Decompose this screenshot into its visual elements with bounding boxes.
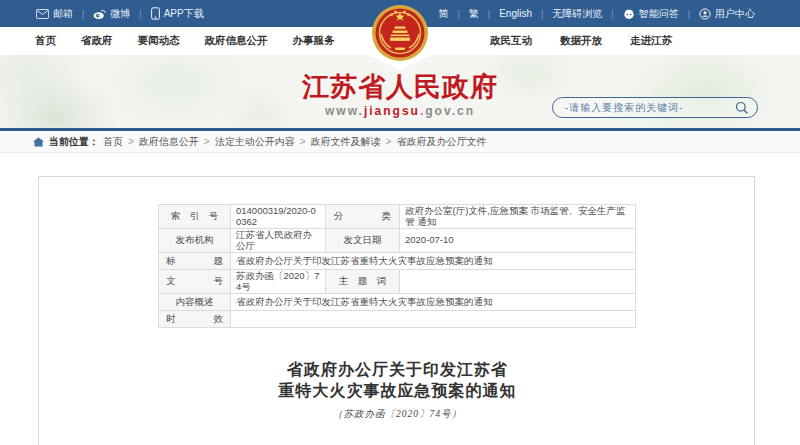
nav-item-info-disclosure[interactable]: 政府信息公开 xyxy=(205,34,268,48)
lang-traditional-label: 繁 xyxy=(469,7,479,21)
validity-value xyxy=(231,311,636,328)
index-number-label: 索 引 号 xyxy=(159,205,231,229)
issue-date-value: 2020-07-10 xyxy=(400,229,636,253)
user-center-link[interactable]: 用户中心 xyxy=(699,7,755,21)
divider: | xyxy=(611,9,613,19)
nav-right-group: 政民互动 数据开放 走进江苏 xyxy=(490,27,672,55)
nav-item-news[interactable]: 要闻动态 xyxy=(138,34,180,48)
breadcrumb: 当前位置： 首页 > 政府信息公开 > 法定主动公开内容 > 政府文件及解读 >… xyxy=(0,131,800,153)
mail-icon xyxy=(36,9,49,19)
mail-link[interactable]: 邮箱 xyxy=(36,7,73,21)
table-row: 文 号 苏政办函〔2020〕74号 主 题 词 xyxy=(159,270,636,294)
topbar-right-group: 简 | 繁 | English | 无障碍浏览 | 智能问答 | 用户中心 xyxy=(438,0,755,27)
search-box xyxy=(552,97,758,118)
topbar-left-group: 邮箱 | 微博 | APP下载 xyxy=(36,0,204,27)
document-number: （苏政办函〔2020〕74号） xyxy=(39,408,756,421)
doc-number-value: 苏政办函〔2020〕74号 xyxy=(231,270,326,294)
accessibility-link[interactable]: 无障碍浏览 xyxy=(552,7,602,21)
breadcrumb-separator: > xyxy=(204,136,210,147)
summary-value: 省政府办公厅关于印发江苏省重特大火灾事故应急预案的通知 xyxy=(231,294,636,311)
table-row: 标 题 省政府办公厅关于印发江苏省重特大火灾事故应急预案的通知 xyxy=(159,253,636,270)
summary-label: 内容概述 xyxy=(159,294,231,311)
lang-english-label: English xyxy=(499,8,532,19)
nav-item-home[interactable]: 首页 xyxy=(35,34,56,48)
divider: | xyxy=(139,9,141,19)
nav-item-provincial-government[interactable]: 省政府 xyxy=(81,34,113,48)
smart-qa-label: 智能问答 xyxy=(639,7,679,21)
breadcrumb-item-documents[interactable]: 政府文件及解读 xyxy=(311,135,381,149)
lang-traditional-link[interactable]: 繁 xyxy=(469,7,479,21)
index-number-value: 014000319/2020-00362 xyxy=(231,205,326,229)
user-icon xyxy=(699,8,711,20)
lang-english-link[interactable]: English xyxy=(499,8,532,19)
breadcrumb-item-home[interactable]: 首页 xyxy=(103,135,123,149)
robot-icon xyxy=(623,8,635,20)
breadcrumb-label: 当前位置： xyxy=(49,135,99,149)
mail-label: 邮箱 xyxy=(53,7,73,21)
nav-item-about-jiangsu[interactable]: 走进江苏 xyxy=(630,34,672,48)
divider: | xyxy=(541,9,543,19)
document-title-line2: 重特大火灾事故应急预案的通知 xyxy=(39,380,756,401)
national-emblem-icon xyxy=(371,4,429,62)
validity-label: 时 效 xyxy=(159,311,231,328)
breadcrumb-item-office-documents[interactable]: 省政府及办公厅文件 xyxy=(396,135,486,149)
document-heading: 省政府办公厅关于印发江苏省 重特大火灾事故应急预案的通知 （苏政办函〔2020〕… xyxy=(39,359,756,421)
nav-item-interaction[interactable]: 政民互动 xyxy=(490,34,532,48)
search-input[interactable] xyxy=(565,102,735,113)
document-title-line1: 省政府办公厅关于印发江苏省 xyxy=(39,359,756,380)
keyword-value xyxy=(400,270,636,294)
weibo-icon xyxy=(93,8,106,20)
divider: | xyxy=(82,9,84,19)
category-value: 政府办公室(厅)文件,应急预案 市场监管、安全生产监管 通知 xyxy=(400,205,636,229)
phone-icon xyxy=(151,7,160,20)
site-url-www: www. xyxy=(325,104,364,118)
app-download-label: APP下载 xyxy=(164,7,204,21)
issuing-agency-value: 江苏省人民政府办公厅 xyxy=(231,229,326,253)
site-url-suffix: .gov.cn xyxy=(420,104,475,118)
breadcrumb-item-info-disclosure[interactable]: 政府信息公开 xyxy=(139,135,199,149)
site-url-domain: jiangsu xyxy=(364,104,420,118)
divider: | xyxy=(488,9,490,19)
weibo-link[interactable]: 微博 xyxy=(93,7,130,21)
document-meta-table: 索 引 号 014000319/2020-00362 分 类 政府办公室(厅)文… xyxy=(158,204,636,328)
category-label: 分 类 xyxy=(326,205,400,229)
smart-qa-link[interactable]: 智能问答 xyxy=(623,7,679,21)
nav-item-services[interactable]: 办事服务 xyxy=(293,34,335,48)
search-icon[interactable] xyxy=(735,101,749,115)
breadcrumb-separator: > xyxy=(300,136,306,147)
nav-left-group: 首页 省政府 要闻动态 政府信息公开 办事服务 xyxy=(35,27,335,55)
issuing-agency-label: 发布机构 xyxy=(159,229,231,253)
breadcrumb-separator: > xyxy=(128,136,134,147)
table-row: 时 效 xyxy=(159,311,636,328)
user-center-label: 用户中心 xyxy=(715,7,755,21)
lang-simplified-label: 简 xyxy=(438,7,448,21)
title-label: 标 题 xyxy=(159,253,231,270)
table-row: 发布机构 江苏省人民政府办公厅 发文日期 2020-07-10 xyxy=(159,229,636,253)
title-value: 省政府办公厅关于印发江苏省重特大火灾事故应急预案的通知 xyxy=(231,253,636,270)
nav-item-open-data[interactable]: 数据开放 xyxy=(560,34,602,48)
app-download-link[interactable]: APP下载 xyxy=(151,7,204,21)
divider: | xyxy=(457,9,459,19)
content-panel: 索 引 号 014000319/2020-00362 分 类 政府办公室(厅)文… xyxy=(38,176,755,445)
issue-date-label: 发文日期 xyxy=(326,229,400,253)
breadcrumb-separator: > xyxy=(386,136,392,147)
keyword-label: 主 题 词 xyxy=(326,270,400,294)
divider: | xyxy=(688,9,690,19)
weibo-label: 微博 xyxy=(110,7,130,21)
table-row: 内容概述 省政府办公厅关于印发江苏省重特大火灾事故应急预案的通知 xyxy=(159,294,636,311)
breadcrumb-item-statutory-content[interactable]: 法定主动公开内容 xyxy=(215,135,295,149)
lang-simplified-link[interactable]: 简 xyxy=(438,7,448,21)
accessibility-label: 无障碍浏览 xyxy=(552,7,602,21)
doc-number-label: 文 号 xyxy=(159,270,231,294)
table-row: 索 引 号 014000319/2020-00362 分 类 政府办公室(厅)文… xyxy=(159,205,636,229)
home-icon xyxy=(33,137,44,147)
